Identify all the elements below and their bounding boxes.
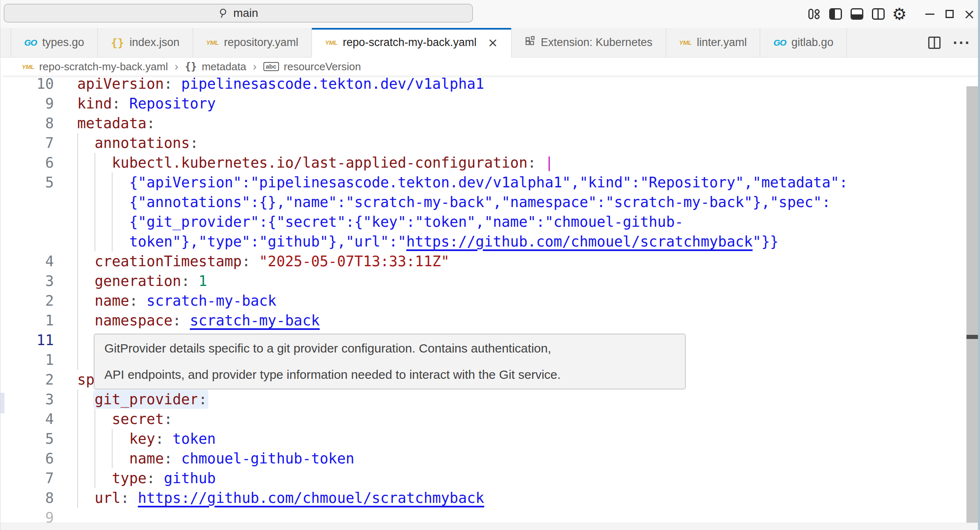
- code-link[interactable]: scratch-my-back: [190, 312, 320, 329]
- code-line[interactable]: 1 namespace: scratch-my-back: [0, 311, 967, 330]
- code-line[interactable]: {"git_provider":{"secret":{"key":"token"…: [0, 212, 967, 232]
- indent-guide: [77, 271, 78, 291]
- tab-close-icon[interactable]: ×: [488, 37, 498, 49]
- command-center-search[interactable]: main: [4, 4, 473, 23]
- tab-linter-yaml[interactable]: YMLlinter.yaml: [666, 28, 761, 57]
- window-close-button[interactable]: ×: [963, 8, 976, 20]
- line-number[interactable]: [0, 192, 54, 212]
- code-line[interactable]: 7 type: github: [0, 468, 967, 488]
- line-number[interactable]: 3: [0, 271, 54, 291]
- code-text: creationTimestamp: "2025-05-07T13:33:11Z…: [54, 251, 450, 271]
- editor-bottom-strip: [0, 523, 978, 530]
- more-actions-icon[interactable]: ···: [953, 35, 971, 51]
- code-line[interactable]: token"},"type":"github"},"url":"https://…: [0, 232, 967, 251]
- indent-guide: [77, 449, 78, 468]
- line-number[interactable]: [0, 212, 54, 232]
- customize-layout-icon[interactable]: [807, 8, 821, 20]
- tab-types-go[interactable]: GOtypes.go: [11, 28, 98, 57]
- tab-repository-yaml[interactable]: YMLrepository.yaml: [193, 28, 312, 57]
- code-line[interactable]: 2 name: scratch-my-back: [0, 291, 967, 311]
- line-number[interactable]: [0, 232, 54, 251]
- code-token: scratch-my-back: [147, 293, 277, 309]
- code-token: :: [164, 411, 173, 427]
- code-token: key: [129, 431, 155, 447]
- left-edge-decoration: [0, 393, 5, 413]
- code-token: [77, 214, 129, 230]
- tab-index-json[interactable]: {}index.json: [98, 28, 193, 57]
- indent-guide: [95, 153, 95, 173]
- code-line[interactable]: 5 key: token: [0, 429, 967, 449]
- tab-extension-kubernetes[interactable]: Extension: Kubernetes: [512, 28, 666, 57]
- line-number[interactable]: 6: [0, 153, 54, 173]
- line-number[interactable]: 6: [0, 449, 54, 468]
- split-editor-icon[interactable]: [928, 37, 941, 49]
- vertical-scrollbar[interactable]: [966, 86, 978, 523]
- code-link[interactable]: https://github.com/chmouel/scratchmyback: [406, 233, 753, 250]
- code-token: [164, 431, 173, 447]
- line-number[interactable]: 8: [0, 488, 54, 508]
- maximize-button[interactable]: [943, 8, 956, 20]
- code-token: :: [190, 135, 198, 151]
- code-token: kind: [77, 95, 112, 112]
- tooltip-line-2: API endpoints, and provider type informa…: [104, 362, 675, 388]
- code-link[interactable]: https://github.com/chmouel/scratchmyback: [138, 490, 484, 506]
- editor-actions: ···: [928, 28, 980, 57]
- line-number[interactable]: 4: [0, 251, 54, 271]
- toggle-secondary-sidebar-icon[interactable]: [872, 8, 885, 20]
- code-line[interactable]: 6 kubectl.kubernetes.io/last-applied-con…: [0, 153, 967, 173]
- line-number[interactable]: 5: [0, 429, 54, 449]
- indent-guide: [112, 173, 113, 192]
- code-editor[interactable]: 10apiVersion: pipelinesascode.tekton.dev…: [0, 74, 967, 530]
- line-number[interactable]: 9: [0, 94, 54, 113]
- breadcrumb-file[interactable]: repo-scratch-my-back.yaml: [39, 60, 168, 73]
- breadcrumb-separator: ›: [253, 60, 256, 73]
- code-line[interactable]: 3 git_provider:: [0, 389, 967, 409]
- code-line[interactable]: 6 name: chmouel-github-token: [0, 449, 967, 468]
- indent-guide: [77, 133, 78, 153]
- toggle-panel-icon[interactable]: [850, 8, 863, 20]
- line-number[interactable]: 11: [0, 330, 54, 350]
- line-number[interactable]: 5: [0, 173, 54, 192]
- code-text: url: https://github.com/chmouel/scratchm…: [54, 488, 484, 508]
- code-line[interactable]: 4 secret:: [0, 409, 967, 429]
- breadcrumb-segment-metadata[interactable]: metadata: [202, 60, 246, 73]
- minimize-button[interactable]: [923, 8, 936, 20]
- code-token: namespace: [95, 312, 173, 329]
- code-line[interactable]: 4 creationTimestamp: "2025-05-07T13:33:1…: [0, 251, 967, 271]
- indent-guide: [95, 173, 95, 192]
- code-token: metadata: [77, 115, 147, 131]
- code-line[interactable]: 3 generation: 1: [0, 271, 967, 291]
- line-number[interactable]: 3: [0, 389, 54, 409]
- line-number[interactable]: 1: [0, 350, 54, 370]
- code-line[interactable]: 9kind: Repository: [0, 94, 967, 113]
- indent-guide: [77, 232, 78, 251]
- code-text: kubectl.kubernetes.io/last-applied-confi…: [54, 153, 553, 173]
- line-number[interactable]: 7: [0, 133, 54, 153]
- toggle-primary-sidebar-icon[interactable]: [829, 8, 842, 20]
- breadcrumb-segment-resourceversion[interactable]: resourceVersion: [284, 60, 361, 73]
- code-line[interactable]: 7 annotations:: [0, 133, 967, 153]
- code-line[interactable]: {"annotations":{},"name":"scratch-my-bac…: [0, 192, 967, 212]
- code-token: :: [112, 95, 120, 112]
- code-line[interactable]: 5 {"apiVersion":"pipelinesascode.tekton.…: [0, 173, 967, 192]
- tab-repo-scratch-my-back-yaml[interactable]: YMLrepo-scratch-my-back.yaml×: [312, 28, 512, 57]
- line-number[interactable]: 10: [0, 74, 54, 94]
- code-token: annotations: [95, 135, 190, 151]
- settings-gear-icon[interactable]: ⚙: [893, 8, 906, 20]
- line-number[interactable]: 8: [0, 113, 54, 133]
- line-number[interactable]: 4: [0, 409, 54, 429]
- code-token: [120, 95, 129, 112]
- line-number[interactable]: 2: [0, 370, 54, 389]
- code-token: [129, 490, 138, 506]
- code-line[interactable]: 8 url: https://github.com/chmouel/scratc…: [0, 488, 967, 508]
- code-line[interactable]: 10apiVersion: pipelinesascode.tekton.dev…: [0, 74, 967, 94]
- code-text: annotations:: [54, 133, 198, 153]
- code-line[interactable]: 8metadata:: [0, 113, 967, 133]
- indent-guide: [77, 153, 78, 173]
- tab-gitlab-go[interactable]: GOgitlab.go: [760, 28, 847, 57]
- line-number[interactable]: 7: [0, 468, 54, 488]
- line-number[interactable]: 2: [0, 291, 54, 311]
- scrollbar-cursor-marker: [966, 335, 978, 339]
- code-token: git_provider: [95, 391, 198, 408]
- line-number[interactable]: 1: [0, 311, 54, 330]
